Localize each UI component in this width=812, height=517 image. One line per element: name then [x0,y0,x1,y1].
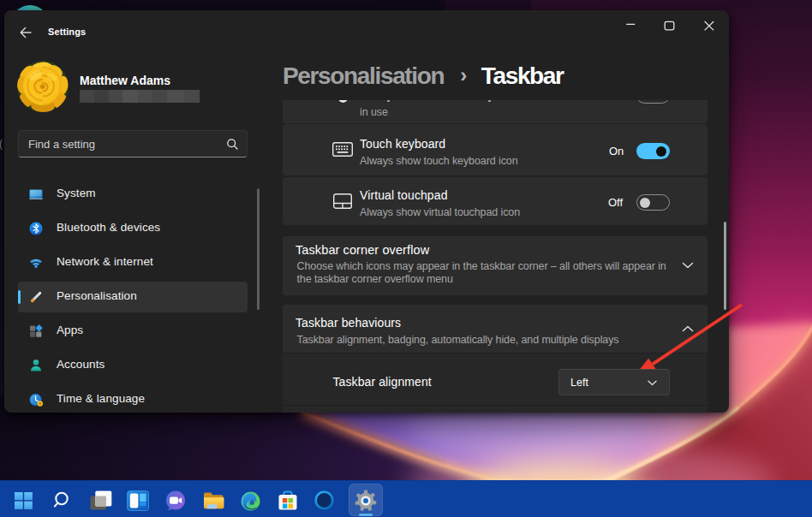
svg-text:(: ( [0,138,3,150]
